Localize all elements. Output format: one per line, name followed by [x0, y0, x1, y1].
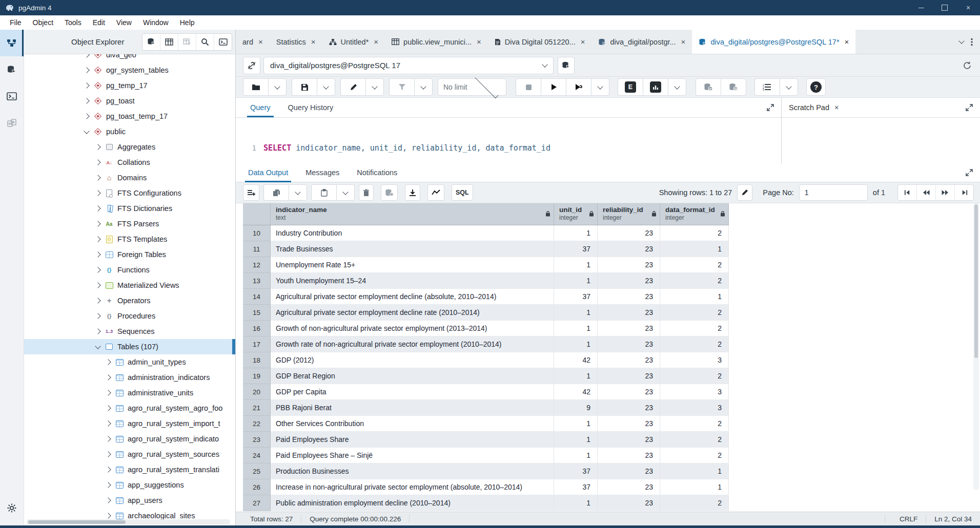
cell-reliability-id[interactable]: 23 — [598, 448, 660, 463]
execute-menu-chevron[interactable] — [591, 78, 609, 96]
cell-unit-id[interactable]: 1 — [554, 416, 598, 432]
minimize-button[interactable] — [909, 0, 933, 15]
delete-row-button[interactable] — [359, 184, 374, 201]
tree-item-table[interactable]: agro_rural_system_import_t — [24, 416, 235, 431]
tree-item-schema[interactable]: pg_toast_temp_17 — [24, 109, 235, 124]
cell-indicator-name[interactable]: Paid Employees Share — [271, 432, 554, 448]
row-number[interactable]: 26 — [243, 479, 271, 495]
table-row[interactable]: 17Growth rate of non-agricultural privat… — [243, 336, 729, 352]
edit-menu-chevron[interactable] — [365, 78, 384, 96]
tree-item-table[interactable]: app_users — [24, 493, 235, 508]
cell-data-format-id[interactable]: 2 — [660, 495, 729, 511]
chevron-right-icon[interactable] — [84, 82, 89, 88]
cell-unit-id[interactable]: 42 — [554, 384, 598, 400]
cell-reliability-id[interactable]: 23 — [598, 432, 660, 448]
rollback-button[interactable] — [721, 78, 746, 96]
expand-data-output-icon[interactable] — [966, 169, 973, 176]
filter-menu-chevron[interactable] — [414, 78, 433, 96]
chevron-right-icon[interactable] — [95, 175, 100, 180]
table-row[interactable]: 12Unemployment Rate 15+1232 — [243, 257, 729, 273]
cell-data-format-id[interactable]: 1 — [660, 479, 729, 495]
cell-unit-id[interactable]: 37 — [554, 241, 598, 257]
cell-data-format-id[interactable]: 3 — [660, 384, 729, 400]
row-number[interactable]: 23 — [243, 432, 271, 448]
cell-unit-id[interactable]: 37 — [554, 463, 598, 479]
cell-reliability-id[interactable]: 23 — [598, 479, 660, 495]
tab-query-tool-1[interactable]: diva_digital/postgr...× — [591, 30, 692, 54]
cell-indicator-name[interactable]: Other Services Contribution — [271, 416, 554, 432]
psql-tool-icon[interactable] — [214, 34, 232, 50]
column-header-unit-id[interactable]: unit_idinteger — [554, 203, 598, 225]
tab-view-data[interactable]: public.view_munici...× — [385, 30, 488, 54]
cell-reliability-id[interactable]: 23 — [598, 257, 660, 273]
close-icon[interactable]: × — [477, 37, 481, 46]
stop-button[interactable] — [516, 78, 541, 96]
tree-item-fts-configurations[interactable]: FTS Configurations — [24, 185, 235, 201]
last-page-button[interactable] — [955, 185, 973, 200]
close-icon[interactable]: × — [581, 37, 585, 46]
filtered-rows-icon[interactable] — [178, 34, 196, 50]
tree-item-fts-templates[interactable]: FTS Templates — [24, 231, 235, 247]
scratch-pad-body[interactable] — [782, 118, 980, 163]
query-tool-panel-icon[interactable] — [0, 56, 24, 83]
reset-layout-icon[interactable] — [963, 61, 972, 70]
tree-item-tables-selected[interactable]: Tables (107) — [24, 339, 235, 354]
download-results-button[interactable] — [405, 184, 420, 201]
cell-reliability-id[interactable]: 23 — [598, 336, 660, 352]
column-header-reliability-id[interactable]: reliability_idinteger — [598, 203, 660, 225]
cell-data-format-id[interactable]: 2 — [660, 257, 729, 273]
chevron-right-icon[interactable] — [95, 298, 100, 303]
tree-item-fts-dictionaries[interactable]: FTS Dictionaries — [24, 201, 235, 216]
cell-indicator-name[interactable]: Unemployment Rate 15+ — [271, 257, 554, 273]
open-file-button[interactable] — [243, 78, 268, 96]
row-number[interactable]: 18 — [243, 352, 271, 368]
row-number[interactable]: 21 — [243, 400, 271, 416]
cell-indicator-name[interactable]: Agricultural private sector employment d… — [271, 305, 554, 321]
tree-item-functions[interactable]: Functions — [24, 262, 235, 278]
cell-data-format-id[interactable]: 2 — [660, 416, 729, 432]
row-number[interactable]: 13 — [243, 273, 271, 289]
cell-unit-id[interactable]: 37 — [554, 289, 598, 305]
row-number[interactable]: 11 — [243, 241, 271, 257]
cell-data-format-id[interactable]: 3 — [660, 400, 729, 416]
column-header-indicator-name[interactable]: indicator_nametext — [271, 203, 554, 225]
cell-data-format-id[interactable]: 2 — [660, 321, 729, 336]
menu-help[interactable]: Help — [174, 16, 200, 29]
cell-unit-id[interactable]: 1 — [554, 368, 598, 384]
cell-data-format-id[interactable]: 2 — [660, 432, 729, 448]
tree-item-collations[interactable]: Collations — [24, 155, 235, 170]
close-icon[interactable]: × — [845, 37, 849, 46]
connection-select[interactable]: diva_digital/postgres@PostgreSQL 17 — [263, 57, 554, 74]
menu-tools[interactable]: Tools — [59, 16, 87, 29]
row-number[interactable]: 24 — [243, 448, 271, 463]
tree-item-table[interactable]: agro_rural_system_agro_foo — [24, 400, 235, 416]
grid-vertical-scrollbar[interactable] — [973, 203, 979, 490]
tab-diva-digital[interactable]: Diva Digital 051220...× — [488, 30, 592, 54]
first-page-button[interactable] — [898, 185, 917, 200]
copy-button[interactable] — [263, 184, 289, 201]
open-file-menu-chevron[interactable] — [268, 78, 287, 96]
close-icon[interactable]: × — [311, 37, 316, 46]
row-number[interactable]: 27 — [243, 495, 271, 511]
tab-notifications[interactable]: Notifications — [357, 163, 397, 182]
tab-statistics[interactable]: Statistics× — [270, 30, 322, 54]
cell-data-format-id[interactable]: 2 — [660, 448, 729, 463]
cell-data-format-id[interactable]: 1 — [660, 289, 729, 305]
table-row[interactable]: 16Growth of non-agricultural private sec… — [243, 321, 729, 336]
tree-item-foreign-tables[interactable]: Foreign Tables — [24, 247, 235, 262]
tab-data-output[interactable]: Data Output — [248, 163, 288, 182]
cell-indicator-name[interactable]: Growth of non-agricultural private secto… — [271, 321, 554, 336]
macros-button[interactable]: 123 — [754, 78, 780, 96]
table-row[interactable]: 19GDP Berat Region1232 — [243, 368, 729, 384]
cell-unit-id[interactable]: 1 — [554, 305, 598, 321]
table-row[interactable]: 18GDP (2012)42233 — [243, 352, 729, 368]
row-number[interactable]: 25 — [243, 463, 271, 479]
page-number-input[interactable] — [799, 184, 868, 201]
graph-visualiser-button[interactable] — [427, 184, 444, 201]
save-data-changes-button[interactable] — [381, 184, 398, 201]
cell-indicator-name[interactable]: PBB Rajoni Berat — [271, 400, 554, 416]
close-button[interactable]: × — [956, 0, 980, 15]
row-number[interactable]: 15 — [243, 305, 271, 321]
close-icon[interactable]: × — [374, 37, 378, 46]
cell-reliability-id[interactable]: 23 — [598, 368, 660, 384]
